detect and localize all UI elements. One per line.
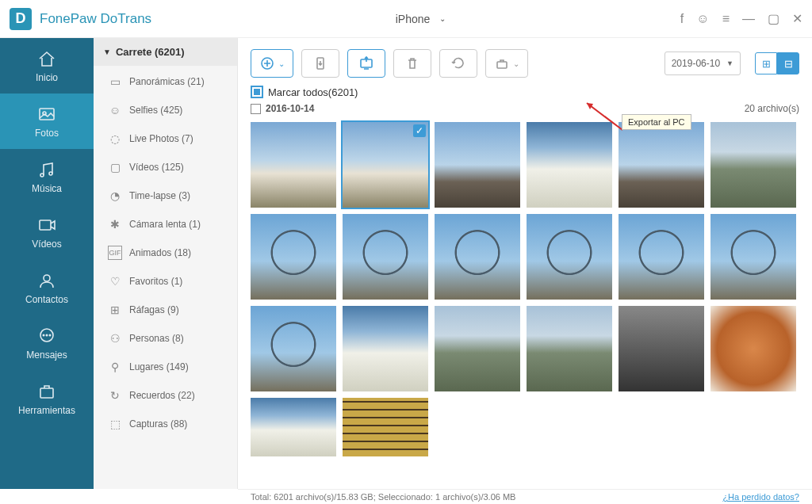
album-header[interactable]: ▼ Carrete (6201) [94,38,237,66]
timelapse-icon: ◔ [108,189,122,203]
close-icon[interactable]: ✕ [792,11,802,26]
feedback-icon[interactable]: ☺ [696,12,709,26]
sidebar-item-herramientas[interactable]: Herramientas [0,371,94,426]
photo-thumb[interactable] [343,306,428,391]
delete-button[interactable] [393,49,431,78]
export-tooltip: Exportar al PC [622,114,691,130]
sidebar-item-contactos[interactable]: Contactos [0,260,94,315]
chevron-down-icon: ⌄ [278,59,285,68]
sidebar-label: Inicio [36,72,58,83]
sidebar-label: Vídeos [32,239,61,250]
photo-thumb[interactable] [251,214,336,300]
album-item-timelapse[interactable]: ◔Time-lapse (3) [94,181,237,210]
sidebar-label: Mensajes [26,349,67,361]
album-item-personas[interactable]: ⚇Personas (8) [94,324,237,353]
export-to-pc-button[interactable] [347,49,385,78]
photo-thumb[interactable] [710,122,796,208]
sidebar-item-mensajes[interactable]: Mensajes [0,315,94,371]
view-grid-small[interactable]: ⊟ [777,52,799,74]
photo-thumb[interactable] [710,306,796,391]
videos-icon [36,215,57,235]
album-item-capturas[interactable]: ⬚Capturas (88) [94,410,237,438]
album-item-livephotos[interactable]: ◌Live Photos (7) [94,124,237,153]
sidebar-item-videos[interactable]: Vídeos [0,204,94,260]
home-icon [36,48,57,69]
facebook-icon[interactable]: f [680,12,684,26]
chevron-down-icon: ⌄ [439,14,446,23]
selfie-icon: ☺ [108,103,122,117]
livephoto-icon: ◌ [108,132,122,146]
photo-thumb[interactable] [619,122,704,208]
heart-icon: ♡ [108,274,122,288]
svg-point-7 [43,334,44,335]
date-value: 2019-06-10 [672,58,720,69]
view-grid-large[interactable]: ⊞ [755,52,777,74]
sidebar-label: Contactos [25,294,68,305]
app-logo: D [10,8,32,30]
app-title: FonePaw DoTrans [40,11,151,27]
photo-thumb[interactable] [343,122,428,208]
toolbar: ⌄ ⌄ 2019-06-10 ▼ ⊞ ⊟ [238,38,812,86]
album-panel: ▼ Carrete (6201) ▭Panorámicas (21) ☺Self… [94,38,238,489]
photo-grid [238,119,812,460]
toolbox-button[interactable]: ⌄ [485,49,528,78]
date-selector[interactable]: 2019-06-10 ▼ [665,52,741,75]
album-item-selfies[interactable]: ☺Selfies (425) [94,96,237,124]
refresh-button[interactable] [439,49,477,78]
menu-icon[interactable]: ≡ [722,12,730,26]
memories-icon: ↻ [108,388,122,403]
album-item-rafagas[interactable]: ⊞Ráfagas (9) [94,296,237,324]
photo-thumb[interactable] [343,214,428,300]
device-name: iPhone [396,13,431,25]
photo-thumb[interactable] [527,214,612,300]
select-all-checkbox[interactable] [251,86,263,98]
date-group-checkbox[interactable] [251,104,261,114]
photo-thumb[interactable] [251,306,336,391]
export-to-device-button[interactable] [301,49,339,78]
minimize-icon[interactable]: — [742,12,755,26]
svg-rect-4 [40,220,51,230]
photo-thumb[interactable] [435,214,520,300]
sidebar-item-fotos[interactable]: Fotos [0,94,94,149]
photo-thumb[interactable] [343,398,428,456]
sidebar-item-musica[interactable]: Música [0,149,94,204]
status-text: Total: 6201 archivo(s)/15.83 GB; Selecci… [251,492,515,502]
device-selector[interactable]: iPhone ⌄ [369,10,464,29]
svg-point-8 [46,334,47,335]
lost-data-link[interactable]: ¿Ha perdido datos? [722,492,799,502]
photo-thumb[interactable] [435,122,520,208]
album-header-label: Carrete (6201) [116,46,185,58]
photo-thumb[interactable] [619,214,704,300]
photos-icon [36,104,57,124]
photo-thumb[interactable] [619,306,704,391]
svg-point-2 [40,174,44,177]
places-icon: ⚲ [108,360,122,374]
album-item-camaralenta[interactable]: ✱Cámara lenta (1) [94,210,237,239]
maximize-icon[interactable]: ▢ [768,11,779,26]
sidebar-item-inicio[interactable]: Inicio [0,38,94,94]
screenshot-icon: ⬚ [108,417,122,431]
photo-thumb[interactable] [435,306,520,391]
album-item-lugares[interactable]: ⚲Lugares (149) [94,353,237,381]
album-item-animados[interactable]: GIFAnimados (18) [94,239,237,267]
album-item-panoramicas[interactable]: ▭Panorámicas (21) [94,67,237,96]
photo-thumb[interactable] [527,306,612,391]
photo-thumb[interactable] [527,122,612,208]
album-item-favoritos[interactable]: ♡Favoritos (1) [94,267,237,296]
content-area: ⌄ ⌄ 2019-06-10 ▼ ⊞ ⊟ Exportar al PC Marc… [238,38,812,489]
album-item-videos[interactable]: ▢Vídeos (125) [94,153,237,181]
contacts-icon [36,270,57,291]
gif-icon: GIF [108,246,122,260]
group-count: 20 archivo(s) [745,103,799,114]
svg-point-5 [44,275,50,281]
burst-icon: ⊞ [108,303,122,317]
select-all-label: Marcar todos(6201) [268,86,358,98]
music-icon [36,159,57,180]
photo-thumb[interactable] [251,122,336,208]
add-button[interactable]: ⌄ [251,49,293,78]
svg-rect-14 [497,62,507,68]
group-date: 2016-10-14 [266,103,314,114]
album-item-recuerdos[interactable]: ↻Recuerdos (22) [94,381,237,410]
photo-thumb[interactable] [710,214,796,300]
photo-thumb[interactable] [251,398,336,456]
